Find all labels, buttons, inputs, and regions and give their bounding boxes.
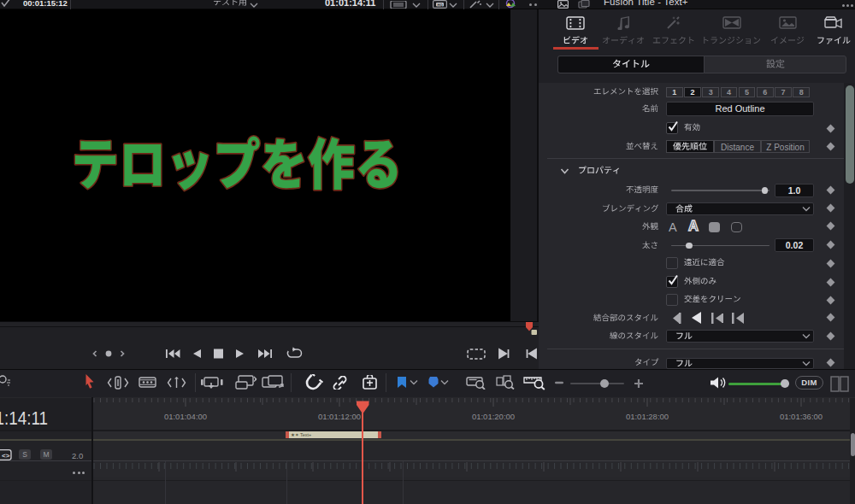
svg-text:HQ: HQ xyxy=(438,3,443,7)
svg-text:A: A xyxy=(688,218,699,233)
svg-text:<>: <> xyxy=(2,452,10,460)
svg-text:01:01:14:11: 01:01:14:11 xyxy=(0,407,48,429)
